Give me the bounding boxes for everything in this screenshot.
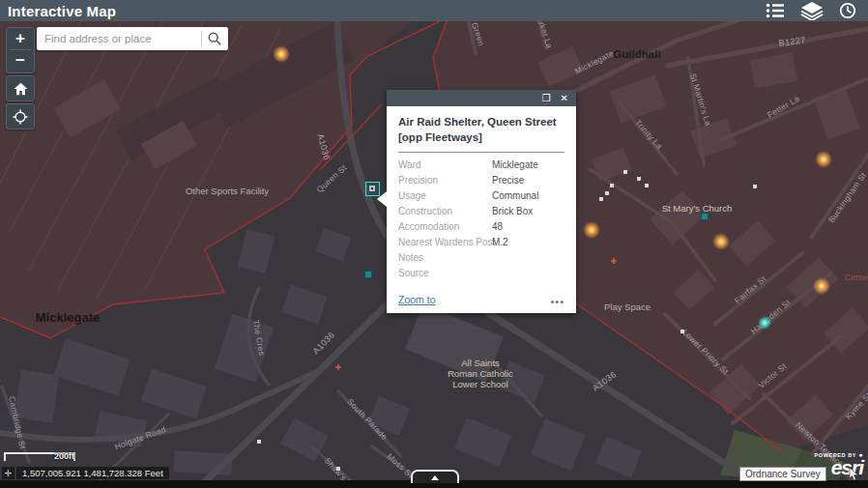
search-icon — [208, 32, 221, 45]
home-button[interactable] — [6, 75, 35, 101]
incident-marker-orange[interactable] — [815, 151, 832, 168]
search-input[interactable] — [37, 27, 201, 50]
divider — [398, 152, 564, 153]
field-row: Nearest Wardens Post M.2 — [398, 237, 564, 247]
mouse-cursor-icon — [849, 468, 860, 481]
layers-icon[interactable] — [800, 2, 824, 20]
popup-header: ❐ ✕ — [387, 90, 576, 106]
locate-button[interactable] — [6, 103, 35, 129]
maximize-icon[interactable]: ❐ — [542, 94, 551, 103]
incident-marker-teal[interactable] — [758, 316, 771, 330]
point-marker-white[interactable] — [645, 184, 649, 187]
zoom-in-button[interactable]: + — [7, 28, 34, 49]
point-marker-white[interactable] — [257, 440, 261, 444]
popup-callout-tail — [377, 191, 387, 207]
field-row: Precision Precise — [398, 175, 564, 186]
coordinates-readout: 1,507,005.921 1,481,728.328 Feet — [16, 467, 169, 479]
field-row: Notes — [398, 252, 564, 263]
field-value: Communal — [492, 190, 564, 201]
point-marker-white[interactable] — [753, 185, 757, 188]
field-value: Brick Box — [492, 206, 564, 216]
incident-marker-orange[interactable] — [583, 221, 600, 239]
attribution-source: Ordnance Survey — [739, 467, 826, 481]
field-value: Micklegate — [492, 159, 564, 170]
field-label: Construction — [398, 206, 492, 216]
field-value: M.2 — [492, 237, 564, 247]
field-label: Ward — [398, 159, 492, 170]
point-marker-white[interactable] — [336, 467, 340, 471]
field-value: 48 — [492, 221, 564, 232]
app-header: Interactive Map — [0, 0, 868, 21]
point-marker-white[interactable] — [623, 170, 627, 174]
coordinates-widget: ✛ 1,507,005.921 1,481,728.328 Feet — [2, 467, 169, 479]
page-title: Interactive Map — [8, 3, 116, 19]
field-label: Precision — [398, 175, 492, 186]
search-widget — [37, 27, 228, 50]
field-value: Precise — [492, 175, 564, 186]
field-value — [492, 252, 564, 263]
search-button[interactable] — [202, 27, 228, 50]
point-marker-white[interactable] — [605, 191, 609, 195]
incident-marker-orange[interactable] — [712, 233, 730, 250]
field-row: Accomodation 48 — [398, 221, 564, 232]
attribution-expander-tab[interactable] — [411, 470, 459, 483]
field-label: Accomodation — [398, 221, 492, 232]
field-label: Usage — [398, 190, 492, 201]
field-row: Source — [398, 268, 564, 278]
field-label: Notes — [398, 252, 492, 263]
field-row: Ward Micklegate — [398, 159, 564, 170]
field-value — [492, 268, 564, 278]
shelter-marker-teal[interactable] — [365, 272, 372, 278]
interactive-map-app: Toft GreenBarker LaMicklegateSt Martin's… — [0, 0, 868, 488]
field-label: Nearest Wardens Post — [398, 237, 492, 247]
field-label: Source — [398, 268, 492, 278]
zoom-control: + − — [6, 27, 35, 73]
zoom-to-link[interactable]: Zoom to — [398, 294, 436, 305]
point-marker-white[interactable] — [599, 197, 603, 201]
point-marker-white[interactable] — [610, 184, 614, 187]
marker-core — [371, 187, 373, 189]
popup-body: Air Raid Shelter, Queen Street [opp Flee… — [387, 106, 576, 313]
incident-marker-orange[interactable] — [273, 45, 290, 63]
crosshair-icon[interactable]: ✛ — [2, 467, 14, 479]
popup-menu-ellipsis[interactable]: ••• — [550, 298, 564, 305]
incident-marker-orange[interactable] — [813, 277, 830, 295]
zoom-out-button[interactable]: − — [7, 50, 34, 72]
feature-popup: ❐ ✕ Air Raid Shelter, Queen Street [opp … — [387, 90, 576, 313]
point-marker-white[interactable] — [680, 330, 684, 333]
home-icon — [14, 82, 28, 96]
locate-icon — [13, 109, 28, 125]
shelter-marker-teal[interactable] — [702, 214, 709, 220]
field-row: Construction Brick Box — [398, 206, 564, 216]
legend-icon[interactable] — [766, 3, 785, 18]
chevron-up-icon — [431, 475, 439, 480]
popup-title: Air Raid Shelter, Queen Street [opp Flee… — [398, 115, 564, 145]
scale-label: 200ft — [54, 451, 74, 461]
time-history-icon[interactable] — [839, 2, 856, 19]
close-icon[interactable]: ✕ — [561, 94, 568, 103]
popup-footer: Zoom to ••• — [398, 294, 564, 305]
field-row: Usage Communal — [398, 190, 564, 201]
point-marker-white[interactable] — [637, 177, 641, 181]
